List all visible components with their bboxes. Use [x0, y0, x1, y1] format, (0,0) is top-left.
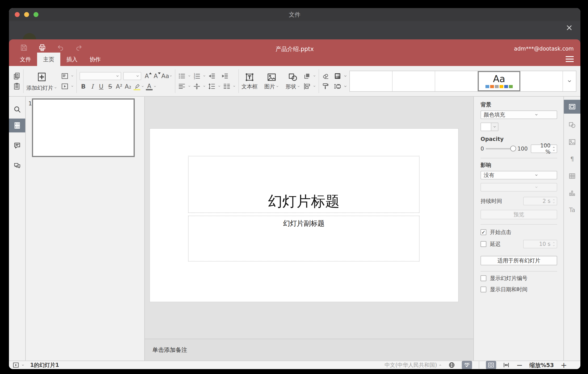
eraser-icon[interactable] — [322, 72, 329, 80]
effect-type-select[interactable] — [481, 183, 557, 191]
change-case-button[interactable]: Aa — [161, 72, 169, 79]
table-settings-icon[interactable] — [564, 169, 580, 183]
textart-settings-icon[interactable]: Ta — [564, 203, 580, 217]
theme-tile-selected[interactable]: Aa — [478, 71, 520, 91]
underline-button[interactable]: U — [97, 83, 105, 90]
slide-editing-area[interactable]: 幻灯片标题 幻灯片副标题 — [150, 129, 458, 302]
slide-size-icon[interactable] — [334, 83, 341, 90]
chevron-down-icon[interactable] — [233, 85, 236, 88]
hamburger-icon[interactable] — [566, 56, 574, 62]
globe-icon[interactable] — [448, 362, 455, 368]
slide-thumbnail[interactable] — [32, 99, 135, 157]
zoom-window-button[interactable] — [33, 12, 38, 17]
chevron-down-icon[interactable] — [169, 75, 172, 77]
preview-button[interactable]: 预览 — [481, 210, 557, 219]
chevron-down-icon[interactable] — [71, 75, 74, 77]
chevron-down-icon[interactable] — [141, 85, 144, 88]
fit-slide-icon[interactable] — [486, 361, 496, 369]
indent-icon[interactable] — [221, 72, 229, 80]
chevron-down-icon[interactable] — [218, 85, 221, 88]
zoom-out-button[interactable]: − — [516, 361, 523, 369]
increase-font-button[interactable]: A — [143, 72, 150, 79]
paste-icon[interactable] — [13, 83, 21, 90]
slideshow-icon[interactable] — [61, 83, 69, 90]
chevron-down-icon[interactable] — [344, 85, 347, 88]
subtitle-placeholder[interactable]: 幻灯片副标题 — [188, 216, 420, 262]
chat-icon[interactable] — [9, 159, 25, 173]
opacity-slider[interactable] — [486, 148, 515, 149]
fit-width-icon[interactable] — [503, 362, 510, 368]
insert-shape-button[interactable]: 形状 — [285, 72, 300, 90]
superscript-button[interactable]: A² — [115, 83, 123, 90]
add-slide-button[interactable]: 添加幻灯片 — [26, 71, 57, 91]
slides-panel-icon[interactable] — [9, 119, 25, 132]
fill-color-dropdown-icon[interactable] — [491, 122, 498, 131]
chevron-down-icon[interactable] — [71, 85, 74, 88]
image-settings-icon[interactable] — [564, 135, 580, 149]
strikethrough-button[interactable]: S — [106, 83, 114, 90]
chart-settings-icon[interactable] — [564, 186, 580, 200]
stepper-arrows-icon[interactable] — [552, 146, 555, 152]
close-window-button[interactable] — [15, 12, 20, 17]
comment-icon[interactable] — [9, 139, 25, 153]
align-icon[interactable] — [178, 83, 186, 90]
language-selector[interactable]: 中文(中华人民共和国) — [385, 362, 442, 369]
chevron-down-icon[interactable] — [203, 85, 206, 88]
color-scheme-icon[interactable] — [334, 72, 341, 80]
notes-area[interactable]: 单击添加备注 — [145, 339, 473, 361]
font-size-combo[interactable] — [123, 72, 141, 80]
opacity-slider-knob[interactable] — [510, 146, 516, 152]
theme-tile[interactable] — [392, 71, 435, 91]
align-objects-icon[interactable] — [303, 83, 311, 90]
chevron-down-icon[interactable] — [344, 74, 347, 78]
start-slideshow-icon[interactable] — [12, 362, 19, 368]
spellcheck-icon[interactable]: ABC — [462, 361, 472, 369]
columns-icon[interactable] — [223, 83, 231, 90]
title-placeholder[interactable]: 幻灯片标题 — [188, 156, 420, 213]
tab-home[interactable]: 主页 — [37, 53, 60, 66]
delay-checkbox[interactable] — [481, 241, 486, 247]
start-on-click-checkbox[interactable]: ✓ — [481, 229, 486, 235]
font-color-button[interactable]: A — [146, 83, 153, 90]
apply-to-all-slides-button[interactable]: 适用于所有幻灯片 — [481, 256, 557, 265]
numbered-list-icon[interactable]: 123 — [193, 72, 201, 80]
line-spacing-icon[interactable] — [208, 83, 216, 90]
chevron-down-icon[interactable] — [313, 85, 316, 88]
highlight-color-button[interactable] — [133, 83, 141, 90]
close-icon[interactable] — [565, 23, 574, 32]
italic-button[interactable]: I — [88, 83, 96, 90]
insert-textbox-button[interactable]: 文本框 — [242, 72, 258, 90]
slide-settings-icon[interactable] — [564, 100, 580, 114]
bold-button[interactable]: B — [80, 83, 87, 90]
theme-gallery-expand-icon[interactable] — [563, 71, 576, 91]
paragraph-settings-icon[interactable]: ¶ — [564, 152, 580, 166]
chevron-down-icon[interactable] — [313, 75, 316, 77]
chevron-down-icon[interactable] — [21, 364, 24, 367]
theme-tile[interactable] — [520, 71, 563, 91]
font-name-combo[interactable] — [80, 72, 121, 80]
chevron-down-icon[interactable] — [154, 85, 156, 88]
copy-icon[interactable] — [13, 72, 21, 80]
fill-color-swatch[interactable] — [481, 122, 491, 131]
effect-select[interactable]: 没有 — [481, 171, 557, 179]
tab-file[interactable]: 文件 — [14, 53, 37, 66]
theme-tile[interactable] — [435, 71, 478, 91]
show-date-checkbox[interactable] — [481, 286, 486, 292]
vertical-align-icon[interactable] — [193, 83, 201, 90]
arrange-icon[interactable] — [303, 72, 311, 80]
chevron-down-icon[interactable] — [203, 75, 206, 77]
search-icon[interactable] — [9, 102, 25, 116]
tab-insert[interactable]: 插入 — [60, 53, 84, 66]
decrease-font-button[interactable]: A — [152, 72, 159, 79]
tab-collaboration[interactable]: 协作 — [84, 53, 107, 66]
shape-settings-icon[interactable] — [564, 118, 580, 132]
subscript-button[interactable]: A₂ — [124, 83, 132, 90]
theme-tile[interactable] — [350, 71, 392, 91]
chevron-down-icon[interactable] — [188, 75, 191, 77]
outdent-icon[interactable] — [208, 72, 216, 80]
minimize-window-button[interactable] — [24, 12, 29, 17]
insert-image-button[interactable]: 图片 — [264, 72, 279, 90]
show-slide-number-checkbox[interactable] — [481, 275, 486, 281]
opacity-input[interactable]: 100 % — [531, 144, 557, 153]
bullet-list-icon[interactable] — [178, 72, 186, 80]
